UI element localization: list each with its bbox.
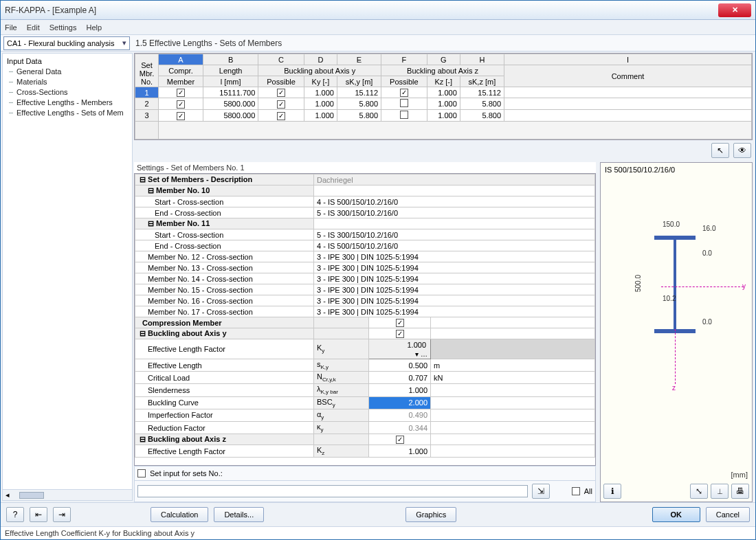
tree-root[interactable]: Input Data bbox=[7, 56, 128, 67]
menu-file[interactable]: File bbox=[5, 23, 17, 32]
col-G[interactable]: G bbox=[427, 54, 460, 65]
menubar: File Edit Settings Help bbox=[1, 20, 755, 35]
sidebar-scrollbar[interactable]: ◂ bbox=[3, 489, 132, 500]
tree-item-general[interactable]: General Data bbox=[7, 67, 128, 77]
toolbar: CA1 - Flexural buckling analysis 1.5 Eff… bbox=[1, 35, 755, 52]
graphics-button[interactable]: Graphics bbox=[405, 507, 456, 522]
titlebar: RF-KAPPA - [Example A] ✕ bbox=[1, 1, 755, 20]
print-icon[interactable]: 🖶 bbox=[731, 484, 749, 499]
details-button[interactable]: Details... bbox=[214, 507, 264, 522]
table-row[interactable]: 1 ✓ 15111.700 ✓ 1.000 15.112 ✓ 1.000 15.… bbox=[135, 87, 752, 98]
all-checkbox[interactable] bbox=[572, 487, 580, 495]
table-row[interactable]: 2 ✓ 5800.000 ✓ 1.000 5.800 1.000 5.800 bbox=[135, 98, 752, 110]
preview-title: IS 500/150/10.2/16/0 bbox=[601, 163, 752, 177]
ok-button[interactable]: OK bbox=[652, 507, 700, 522]
export-icon[interactable]: ⇥ bbox=[53, 507, 71, 522]
window-title: RF-KAPPA - [Example A] bbox=[5, 5, 718, 15]
settings-grid[interactable]: ⊟ Set of Members - DescriptionDachriegel… bbox=[134, 173, 596, 466]
tree-item-eff-members[interactable]: Effective Lengths - Members bbox=[7, 98, 128, 108]
nav-tree: Input Data General Data Materials Cross-… bbox=[3, 54, 132, 121]
section-title: 1.5 Effective Lengths - Sets of Members bbox=[130, 38, 282, 48]
footer: ? ⇤ ⇥ Calculation Details... Graphics OK… bbox=[1, 502, 755, 526]
axes-icon[interactable]: ⤡ bbox=[690, 484, 708, 499]
col-A[interactable]: A bbox=[159, 54, 203, 65]
table-row[interactable]: 3 ✓ 5800.000 ✓ 1.000 5.800 1.000 5.800 bbox=[135, 110, 752, 122]
settings-title: Settings - Set of Members No. 1 bbox=[134, 162, 596, 173]
set-input-checkbox[interactable] bbox=[137, 469, 146, 477]
cancel-button[interactable]: Cancel bbox=[706, 507, 750, 522]
menu-edit[interactable]: Edit bbox=[27, 23, 40, 32]
apply-sets-icon[interactable]: ⇲ bbox=[532, 484, 550, 499]
tree-item-materials[interactable]: Materials bbox=[7, 77, 128, 87]
set-input-row: Set input for sets No.: bbox=[134, 466, 596, 481]
calculation-button[interactable]: Calculation bbox=[151, 507, 208, 522]
preview-panel: IS 500/150/10.2/16/0 150.0 16.0 500.0 10… bbox=[600, 162, 753, 502]
col-B[interactable]: B bbox=[203, 54, 258, 65]
tree-item-eff-sets[interactable]: Effective Lengths - Sets of Mem bbox=[7, 108, 128, 118]
close-button[interactable]: ✕ bbox=[718, 3, 751, 17]
set-input-field[interactable] bbox=[137, 485, 528, 497]
tree-item-cross[interactable]: Cross-Sections bbox=[7, 87, 128, 98]
col-E[interactable]: E bbox=[337, 54, 381, 65]
menu-settings[interactable]: Settings bbox=[49, 23, 77, 32]
col-H[interactable]: H bbox=[460, 54, 504, 65]
sidebar: Input Data General Data Materials Cross-… bbox=[2, 53, 133, 501]
eye-icon[interactable]: 👁 bbox=[733, 143, 751, 158]
info-icon[interactable]: ℹ bbox=[603, 484, 621, 499]
dim-icon[interactable]: ⟂ bbox=[711, 484, 729, 499]
col-set: Set Mbr. bbox=[140, 61, 154, 78]
pick-icon[interactable]: ↖ bbox=[711, 143, 729, 158]
col-F[interactable]: F bbox=[381, 54, 427, 65]
status-bar: Effective Length Coefficient K-y for Buc… bbox=[1, 526, 755, 539]
cross-section-icon bbox=[654, 236, 696, 333]
loadcase-select[interactable]: CA1 - Flexural buckling analysis bbox=[3, 36, 130, 50]
main-grid[interactable]: Set Mbr.No. A B C D E F G H I Compr. Len… bbox=[134, 53, 753, 140]
help-icon[interactable]: ? bbox=[6, 507, 24, 522]
ky-input[interactable] bbox=[372, 340, 427, 350]
menu-help[interactable]: Help bbox=[86, 23, 102, 32]
col-D[interactable]: D bbox=[304, 54, 337, 65]
col-I[interactable]: I bbox=[504, 54, 752, 65]
import-icon[interactable]: ⇤ bbox=[30, 507, 47, 522]
col-C[interactable]: C bbox=[258, 54, 304, 65]
